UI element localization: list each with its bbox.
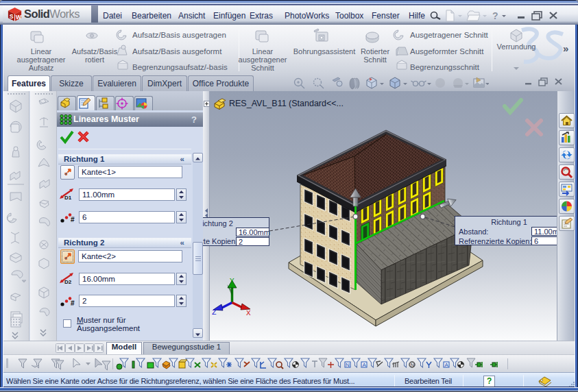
svg-text:A: A <box>445 362 449 368</box>
svg-text:D2: D2 <box>64 279 72 285</box>
svg-text:Z: Z <box>212 308 217 317</box>
svg-text:D1: D1 <box>64 195 72 201</box>
svg-text:N: N <box>346 362 350 368</box>
svg-text:Y: Y <box>230 277 234 285</box>
svg-text:#: # <box>71 299 75 307</box>
svg-text:W: W <box>16 14 22 21</box>
svg-text:A: A <box>363 362 367 368</box>
svg-text:#: # <box>71 216 75 223</box>
svg-text:N: N <box>411 362 415 368</box>
svg-text:S: S <box>10 13 14 20</box>
svg-text:X: X <box>246 309 251 317</box>
svg-text:?: ? <box>492 10 498 21</box>
